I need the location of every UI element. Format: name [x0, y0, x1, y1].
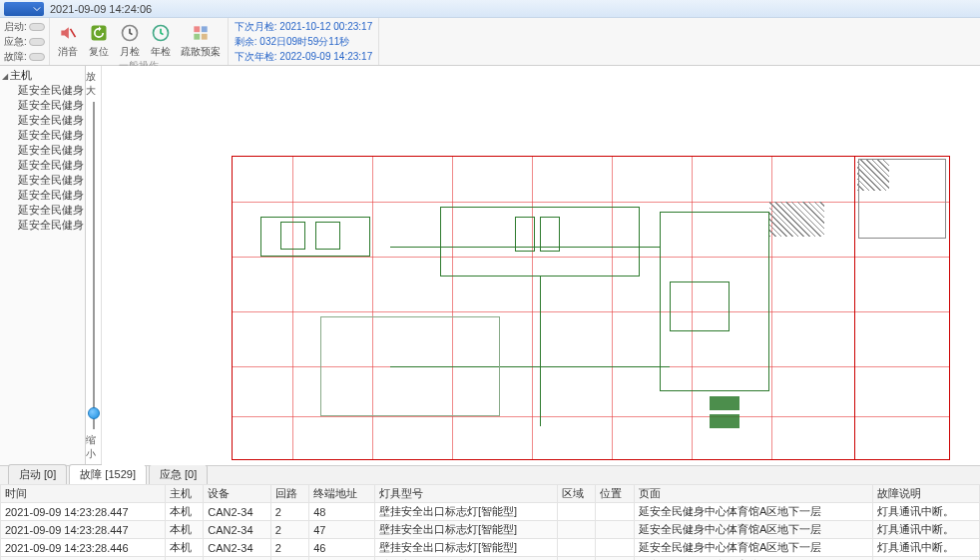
cell-time: 2021-09-09 14:23:28.446 — [1, 539, 166, 557]
col-page[interactable]: 页面 — [634, 485, 872, 503]
cell-lamp: 壁挂安全出口标志灯[智能型] — [375, 503, 558, 521]
floorplan-canvas[interactable] — [102, 66, 980, 465]
cell-page: 延安全民健身中心体育馆A区地下一层 — [634, 521, 872, 539]
cell-loop: 2 — [270, 557, 309, 561]
cell-lamp: 壁挂安全出口标志灯[智能型] — [375, 539, 558, 557]
tree-item[interactable]: 延安全民健身 — [2, 203, 83, 218]
clock-year-icon — [150, 22, 172, 44]
cell-addr: 48 — [309, 503, 375, 521]
zoom-thumb[interactable] — [88, 407, 100, 419]
cell-faultdesc: 灯具通讯中断。 — [873, 521, 980, 539]
zoom-track[interactable] — [93, 102, 95, 429]
zoom-in-label: 放大 — [86, 70, 101, 98]
cell-time: 2021-09-09 14:23:28.447 — [1, 521, 166, 539]
fault-grid[interactable]: 时间 主机 设备 回路 终端地址 灯具型号 区域 位置 页面 故障说明 2021… — [0, 484, 980, 560]
next-year-check: 下次年检: 2022-09-09 14:23:17 — [235, 50, 372, 64]
svg-rect-6 — [194, 34, 200, 40]
cell-addr: 47 — [309, 521, 375, 539]
cell-zone — [557, 539, 596, 557]
col-pos[interactable]: 位置 — [596, 485, 635, 503]
tree-item[interactable]: 延安全民健身 — [2, 143, 83, 158]
cell-page: 延安全民健身中心体育馆A区地下一层 — [634, 503, 872, 521]
bottom-panel: 启动 [0] 故障 [1529] 应急 [0] 时间 主机 设备 回路 终端地址… — [0, 465, 980, 560]
table-row[interactable]: 2021-09-09 14:23:28.447本机CAN2-34248壁挂安全出… — [1, 503, 980, 521]
cell-device: CAN2-34 — [204, 503, 270, 521]
zoom-out-label: 缩小 — [86, 433, 101, 461]
cell-zone — [557, 503, 596, 521]
cell-addr: 46 — [309, 539, 375, 557]
col-host[interactable]: 主机 — [165, 485, 204, 503]
cell-host: 本机 — [165, 521, 204, 539]
cell-host: 本机 — [165, 539, 204, 557]
tree-item[interactable]: 延安全民健身 — [2, 173, 83, 188]
col-lamp[interactable]: 灯具型号 — [375, 485, 558, 503]
next-month-check: 下次月检: 2021-10-12 00:23:17 — [235, 20, 372, 34]
cell-host: 本机 — [165, 503, 204, 521]
cell-pos — [596, 539, 635, 557]
action-group: 消音 复位 月检 年检 疏散预案 一般操作 — [50, 18, 229, 65]
schedule-info: 下次月检: 2021-10-12 00:23:17 剩余: 032日09时59分… — [229, 18, 379, 65]
tree-item[interactable]: 延安全民健身 — [2, 188, 83, 203]
tree-item[interactable]: 延安全民健身 — [2, 158, 83, 173]
col-addr[interactable]: 终端地址 — [309, 485, 375, 503]
speaker-off-icon — [57, 22, 79, 44]
fault-table: 时间 主机 设备 回路 终端地址 灯具型号 区域 位置 页面 故障说明 2021… — [0, 484, 980, 560]
cell-pos — [596, 503, 635, 521]
tree-item[interactable]: 延安全民健身 — [2, 98, 83, 113]
cell-page: 延安全民健身中心体育馆A区地下一层 — [634, 539, 872, 557]
reset-icon — [88, 22, 110, 44]
tab-startup[interactable]: 启动 [0] — [8, 464, 67, 484]
cell-zone — [557, 557, 596, 561]
cell-faultdesc: 灯具通讯中断。 — [873, 557, 980, 561]
tab-fault[interactable]: 故障 [1529] — [69, 464, 147, 484]
main-area: 主机 延安全民健身延安全民健身延安全民健身延安全民健身延安全民健身延安全民健身延… — [0, 66, 980, 465]
tab-emergency[interactable]: 应急 [0] — [149, 464, 208, 484]
cell-faultdesc: 灯具通讯中断。 — [873, 539, 980, 557]
tab-bar: 启动 [0] 故障 [1529] 应急 [0] — [0, 466, 980, 484]
drawing-sheet — [232, 156, 950, 460]
mute-button[interactable]: 消音 — [54, 20, 82, 61]
cell-device: CAN2-34 — [204, 521, 270, 539]
svg-rect-7 — [202, 34, 208, 40]
sidebar: 主机 延安全民健身延安全民健身延安全民健身延安全民健身延安全民健身延安全民健身延… — [0, 66, 86, 465]
col-time[interactable]: 时间 — [1, 485, 166, 503]
title-block — [854, 157, 949, 459]
cell-pos — [596, 557, 635, 561]
monthly-check-button[interactable]: 月检 — [116, 20, 144, 61]
status-startup: 启动: — [4, 20, 45, 34]
yearly-check-button[interactable]: 年检 — [147, 20, 175, 61]
table-row[interactable]: 2021-09-09 14:23:28.447本机CAN2-34247壁挂安全出… — [1, 521, 980, 539]
svg-line-0 — [70, 29, 75, 37]
cell-loop: 2 — [270, 521, 309, 539]
col-zone[interactable]: 区域 — [557, 485, 596, 503]
table-row[interactable]: 2021-09-09 14:23:28.446本机CAN2-34246壁挂安全出… — [1, 539, 980, 557]
col-device[interactable]: 设备 — [204, 485, 270, 503]
status-emergency: 应急: — [4, 35, 45, 49]
evacuation-plan-button[interactable]: 疏散预案 — [178, 20, 224, 61]
tree-item[interactable]: 延安全民健身 — [2, 113, 83, 128]
cell-zone — [557, 521, 596, 539]
cell-pos — [596, 521, 635, 539]
month-remaining: 剩余: 032日09时59分11秒 — [235, 35, 372, 49]
col-faultdesc[interactable]: 故障说明 — [873, 485, 980, 503]
table-row[interactable]: 2021-09-09 14:23:28.446本机CAN2-34243壁挂安全出… — [1, 557, 980, 561]
cell-lamp: 壁挂安全出口标志灯[智能型] — [375, 557, 558, 561]
titlebar: 2021-09-09 14:24:06 — [0, 0, 980, 18]
title-datetime: 2021-09-09 14:24:06 — [50, 3, 152, 15]
status-fault: 故障: — [4, 50, 45, 64]
tree-root[interactable]: 主机 — [2, 68, 83, 83]
app-menu-button[interactable] — [4, 2, 44, 16]
zoom-slider[interactable]: 放大 缩小 — [86, 66, 102, 465]
tree-item[interactable]: 延安全民健身 — [2, 83, 83, 98]
cell-loop: 2 — [270, 539, 309, 557]
chevron-down-icon — [33, 6, 41, 12]
tree-item[interactable]: 延安全民健身 — [2, 218, 83, 233]
cell-loop: 2 — [270, 503, 309, 521]
reset-button[interactable]: 复位 — [85, 20, 113, 61]
tree-item[interactable]: 延安全民健身 — [2, 128, 83, 143]
cell-time: 2021-09-09 14:23:28.446 — [1, 557, 166, 561]
toolbar: 启动: 应急: 故障: 消声: 状态提示 消音 复位 月检 年 — [0, 18, 980, 66]
col-loop[interactable]: 回路 — [270, 485, 309, 503]
cell-lamp: 壁挂安全出口标志灯[智能型] — [375, 521, 558, 539]
cell-page: 延安全民健身中心体育馆A区地下一层 — [634, 557, 872, 561]
